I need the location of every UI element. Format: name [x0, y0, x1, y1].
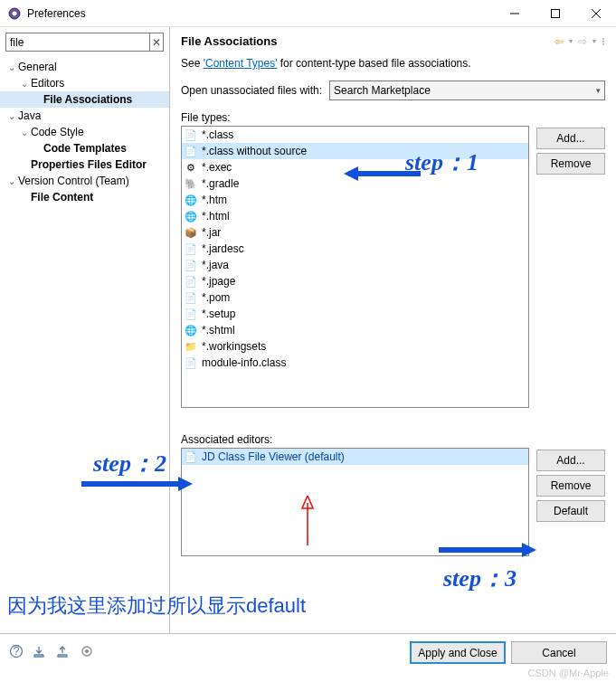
search-row: ✕ [5, 33, 164, 52]
file-type-label: *.java [202, 259, 229, 271]
back-icon[interactable]: ⇦ [554, 35, 564, 48]
tree-item-label: Code Style [31, 126, 84, 138]
file-type-item[interactable]: 🐘*.gradle [182, 175, 528, 192]
file-type-icon: 🌐 [184, 209, 198, 223]
file-type-item[interactable]: 📄*.class without source [182, 143, 528, 159]
file-types-list[interactable]: 📄*.class📄*.class without source⚙*.exec🐘*… [181, 126, 529, 408]
file-type-label: *.jar [202, 226, 221, 239]
file-type-item[interactable]: 🌐*.html [182, 208, 528, 224]
maximize-button[interactable] [535, 0, 575, 26]
file-type-label: *.htm [202, 194, 227, 206]
open-unassociated-select[interactable]: Search Marketplace ▾ [329, 81, 605, 100]
remove-file-type-button[interactable]: Remove [536, 153, 605, 175]
file-type-label: *.html [202, 210, 230, 223]
file-type-item[interactable]: 📦*.jar [182, 224, 528, 241]
apply-close-button[interactable]: Apply and Close [410, 641, 506, 664]
content-types-link[interactable]: 'Content Types' [204, 57, 278, 70]
file-type-label: *.jpage [202, 275, 235, 288]
help-icon[interactable]: ? [9, 644, 24, 661]
editor-icon: 📄 [184, 450, 198, 464]
editors-list[interactable]: 📄JD Class File Viewer (default) [181, 448, 529, 556]
file-type-label: *.gradle [202, 177, 239, 190]
footer-buttons: Apply and Close Cancel [410, 641, 607, 664]
open-unassociated-row: Open unassociated files with: Search Mar… [181, 81, 605, 100]
main: ✕ ⌄General⌄EditorsFile Associations⌄Java… [0, 27, 616, 633]
tree-item-label: Version Control (Team) [18, 175, 129, 187]
file-type-item[interactable]: 📄*.class [182, 127, 528, 143]
tree-item[interactable]: Code Templates [0, 140, 169, 156]
svg-point-9 [85, 649, 89, 653]
file-type-icon: 📁 [184, 339, 198, 354]
editors-label: Associated editors: [181, 433, 605, 446]
open-unassociated-label: Open unassociated files with: [181, 84, 322, 97]
nav-arrows: ⇦ ▾ ⇨ ▾ ⁝ [554, 35, 605, 48]
file-type-item[interactable]: 📄*.pom [182, 289, 528, 306]
svg-rect-3 [551, 9, 559, 17]
editor-item[interactable]: 📄JD Class File Viewer (default) [182, 449, 528, 465]
tree-item[interactable]: Properties Files Editor [0, 156, 169, 173]
back-dropdown-icon[interactable]: ▾ [569, 37, 573, 45]
add-editor-button[interactable]: Add... [536, 450, 605, 471]
tree-item[interactable]: ⌄Editors [0, 75, 169, 91]
file-type-icon: 📄 [184, 242, 198, 256]
forward-icon[interactable]: ⇨ [578, 35, 587, 48]
editors-section: 📄JD Class File Viewer (default) Add... R… [181, 448, 605, 556]
add-file-type-button[interactable]: Add... [536, 128, 605, 149]
tree-item[interactable]: ⌄Java [0, 108, 169, 124]
file-type-icon: 📄 [184, 144, 198, 158]
editor-label: JD Class File Viewer (default) [202, 450, 345, 463]
menu-icon[interactable]: ⁝ [602, 35, 605, 48]
tree-item[interactable]: ⌄Version Control (Team) [0, 173, 169, 189]
file-type-label: *.shtml [202, 324, 235, 336]
remove-editor-button[interactable]: Remove [536, 475, 605, 497]
file-type-label: *.class without source [202, 145, 307, 157]
file-type-icon: 🌐 [184, 193, 198, 207]
tree-item[interactable]: ⌄General [0, 59, 169, 75]
file-type-item[interactable]: 📄*.java [182, 257, 528, 273]
file-type-item[interactable]: 🌐*.shtml [182, 322, 528, 338]
tree-item-label: Java [18, 109, 41, 122]
export-icon[interactable] [56, 644, 71, 661]
minimize-button[interactable] [494, 0, 535, 26]
tree-twisty-icon: ⌄ [5, 62, 18, 72]
preferences-tree[interactable]: ⌄General⌄EditorsFile Associations⌄Java⌄C… [0, 57, 169, 207]
file-type-icon: 📄 [184, 307, 198, 321]
file-type-item[interactable]: 📄*.jpage [182, 273, 528, 289]
cancel-button[interactable]: Cancel [511, 641, 607, 664]
footer-icons: ? [9, 644, 403, 661]
file-type-item[interactable]: 📄*.jardesc [182, 241, 528, 257]
tree-item[interactable]: File Content [0, 189, 169, 205]
tree-twisty-icon: ⌄ [5, 176, 18, 186]
window-title: Preferences [27, 7, 494, 20]
file-type-icon: 📄 [184, 355, 198, 370]
tree-item-label: Code Templates [43, 142, 127, 155]
tree-item-label: File Content [31, 191, 93, 204]
file-type-item[interactable]: 🌐*.htm [182, 192, 528, 208]
file-type-item[interactable]: 📄module-info.class [182, 355, 528, 371]
forward-dropdown-icon[interactable]: ▾ [592, 37, 596, 45]
record-icon[interactable] [80, 644, 94, 661]
tree-item[interactable]: ⌄Code Style [0, 124, 169, 140]
svg-text:?: ? [14, 645, 20, 658]
tree-twisty-icon: ⌄ [18, 79, 31, 89]
file-type-icon: 📄 [184, 258, 198, 272]
file-type-icon: 📄 [184, 290, 198, 305]
file-type-item[interactable]: ⚙*.exec [182, 159, 528, 175]
file-type-item[interactable]: 📄*.setup [182, 306, 528, 322]
app-icon [7, 6, 22, 21]
file-type-icon: 🐘 [184, 176, 198, 191]
tree-item-label: File Associations [43, 93, 132, 106]
file-type-label: *.pom [202, 291, 230, 304]
file-type-item[interactable]: 📁*.workingsets [182, 338, 528, 355]
svg-point-1 [13, 11, 17, 15]
clear-filter-icon[interactable]: ✕ [150, 33, 164, 52]
chevron-down-icon: ▾ [596, 86, 601, 95]
tree-item-label: General [18, 61, 57, 73]
filter-input[interactable] [5, 33, 150, 52]
tree-item[interactable]: File Associations [0, 91, 169, 108]
import-icon[interactable] [33, 644, 47, 661]
content-area: File Associations ⇦ ▾ ⇨ ▾ ⁝ See 'Content… [170, 27, 616, 633]
default-editor-button[interactable]: Default [536, 500, 605, 522]
close-button[interactable] [575, 0, 616, 26]
file-type-label: *.exec [202, 161, 232, 174]
